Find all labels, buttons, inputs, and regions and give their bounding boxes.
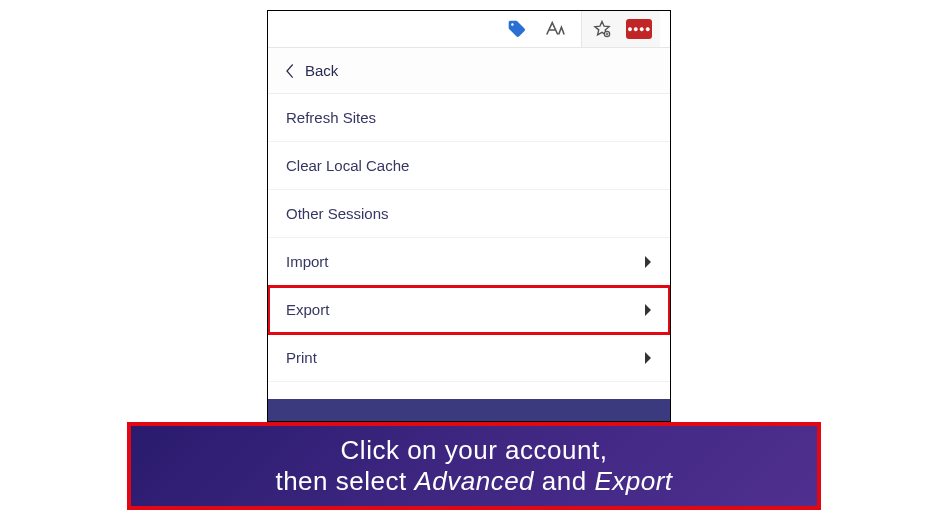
back-button[interactable]: Back [268, 48, 670, 94]
chevron-right-icon [644, 352, 652, 364]
menu-list: Refresh Sites Clear Local Cache Other Se… [268, 94, 670, 402]
menu-item-label: Clear Local Cache [286, 157, 409, 174]
menu-item-refresh-sites[interactable]: Refresh Sites [268, 94, 670, 142]
menu-item-label: Import [286, 253, 329, 270]
menu-item-label: Print [286, 349, 317, 366]
toolbar-right-group: ●●●● [581, 11, 660, 47]
menu-item-export[interactable]: Export [268, 286, 670, 334]
favorite-star-icon[interactable] [590, 17, 614, 41]
menu-item-print[interactable]: Print [268, 334, 670, 382]
menu-item-label: Export [286, 301, 329, 318]
menu-item-clear-local-cache[interactable]: Clear Local Cache [268, 142, 670, 190]
footer-strip [268, 399, 670, 421]
lastpass-extension-icon[interactable]: ●●●● [626, 19, 652, 39]
chevron-left-icon [286, 64, 295, 78]
menu-item-label: Other Sessions [286, 205, 389, 222]
tag-icon[interactable] [505, 17, 529, 41]
chevron-right-icon [644, 304, 652, 316]
menu-item-import[interactable]: Import [268, 238, 670, 286]
instruction-caption: Click on your account, then select Advan… [127, 422, 821, 510]
extension-popup: ●●●● Back Refresh Sites Clear Local Cach… [267, 10, 671, 422]
text-size-icon[interactable] [543, 17, 567, 41]
caption-text: Click on your account, then select Advan… [275, 435, 672, 497]
menu-item-label: Refresh Sites [286, 109, 376, 126]
browser-toolbar: ●●●● [268, 11, 670, 48]
back-label: Back [305, 62, 338, 79]
menu-item-other-sessions[interactable]: Other Sessions [268, 190, 670, 238]
chevron-right-icon [644, 256, 652, 268]
